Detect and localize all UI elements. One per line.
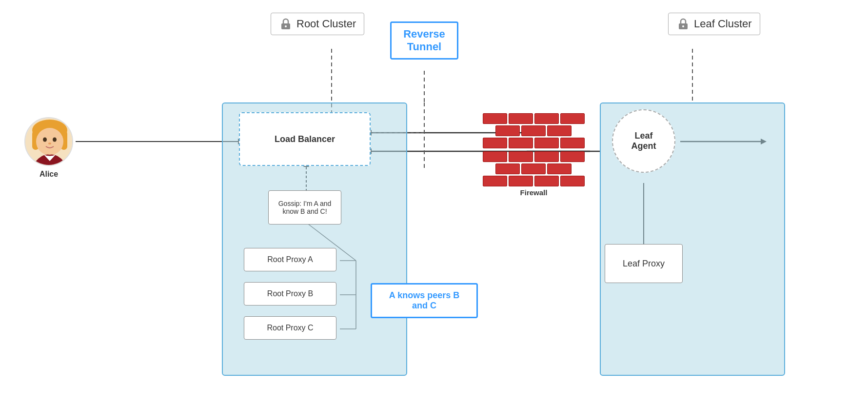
root-proxy-b-box: Root Proxy B bbox=[244, 282, 336, 306]
reverse-tunnel-box: Reverse Tunnel bbox=[390, 21, 458, 60]
svg-point-27 bbox=[43, 138, 47, 142]
firewall-bottom: Firewall bbox=[483, 151, 585, 197]
svg-point-31 bbox=[285, 25, 287, 27]
leaf-proxy-label: Leaf Proxy bbox=[623, 259, 665, 269]
root-cluster-label: Root Cluster bbox=[271, 13, 364, 35]
root-cluster-text: Root Cluster bbox=[296, 18, 356, 30]
leaf-cluster-text: Leaf Cluster bbox=[694, 18, 752, 30]
alice-container: Alice bbox=[24, 117, 73, 179]
root-proxy-c-label: Root Proxy C bbox=[267, 324, 313, 332]
firewall-label: Firewall bbox=[483, 188, 585, 197]
reverse-tunnel-line2: Tunnel bbox=[401, 41, 447, 53]
root-proxy-b-label: Root Proxy B bbox=[267, 289, 313, 298]
root-proxy-c-box: Root Proxy C bbox=[244, 316, 336, 340]
load-balancer-label: Load Balancer bbox=[275, 134, 335, 144]
lock-icon-leaf bbox=[676, 17, 690, 31]
gossip-label: Gossip: I'm A and know B and C! bbox=[272, 200, 338, 215]
peers-line1: A knows peers B bbox=[381, 290, 468, 301]
load-balancer-box: Load Balancer bbox=[239, 112, 371, 166]
diagram: Alice Root Cluster Leaf Cluster Reverse … bbox=[0, 0, 868, 408]
alice-label: Alice bbox=[39, 170, 58, 179]
svg-point-28 bbox=[53, 138, 57, 142]
avatar bbox=[24, 117, 73, 166]
root-proxy-a-box: Root Proxy A bbox=[244, 248, 336, 271]
svg-point-29 bbox=[48, 143, 51, 144]
leaf-cluster-label: Leaf Cluster bbox=[668, 13, 760, 35]
reverse-tunnel-line1: Reverse bbox=[401, 28, 447, 41]
leaf-agent-circle: Leaf Agent bbox=[612, 109, 675, 173]
leaf-agent-line2: Agent bbox=[631, 141, 656, 151]
leaf-agent-line1: Leaf bbox=[631, 131, 656, 141]
svg-point-26 bbox=[36, 128, 63, 155]
lock-icon bbox=[279, 17, 293, 31]
root-proxy-a-label: Root Proxy A bbox=[267, 255, 313, 264]
gossip-box: Gossip: I'm A and know B and C! bbox=[268, 190, 341, 224]
leaf-proxy-box: Leaf Proxy bbox=[605, 244, 683, 283]
peers-box: A knows peers B and C bbox=[371, 283, 478, 318]
firewall-top bbox=[483, 113, 585, 150]
svg-point-33 bbox=[682, 25, 684, 27]
peers-line2: and C bbox=[381, 301, 468, 311]
